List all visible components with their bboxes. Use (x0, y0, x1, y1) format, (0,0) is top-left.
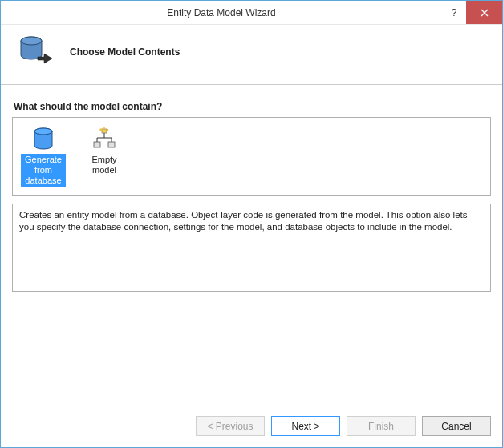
svg-point-5 (34, 128, 52, 135)
section-question: What should the model contain? (14, 101, 491, 112)
svg-point-8 (107, 129, 109, 131)
help-icon: ? (452, 7, 457, 18)
titlebar: Entity Data Model Wizard ? (1, 1, 502, 25)
option-generate-from-database[interactable]: Generate from database (19, 124, 67, 188)
titlebar-buttons: ? (442, 1, 502, 24)
previous-button: < Previous (196, 416, 265, 436)
wizard-content: What should the model contain? Generate … (1, 85, 502, 303)
close-button[interactable] (466, 1, 502, 24)
svg-point-9 (103, 127, 105, 129)
svg-point-7 (99, 128, 103, 131)
svg-rect-6 (102, 129, 107, 133)
option-label: Empty model (82, 154, 127, 176)
wizard-heading: Choose Model Contents (70, 46, 180, 58)
option-description: Creates an entity model from a database.… (12, 204, 491, 292)
database-cylinder-icon (30, 126, 56, 151)
svg-rect-15 (108, 142, 115, 147)
cancel-button[interactable]: Cancel (422, 416, 491, 436)
finish-button: Finish (347, 416, 416, 436)
close-icon (481, 9, 489, 17)
window-title: Entity Data Model Wizard (1, 7, 442, 18)
wizard-footer: < Previous Next > Finish Cancel (1, 408, 502, 447)
option-label: Generate from database (21, 154, 66, 187)
svg-rect-14 (94, 142, 100, 147)
wizard-header: Choose Model Contents (1, 25, 502, 85)
model-options: Generate from database Empty model (12, 117, 491, 196)
option-empty-model[interactable]: Empty model (80, 124, 128, 178)
database-icon (17, 33, 55, 71)
help-button[interactable]: ? (442, 1, 466, 24)
next-button[interactable]: Next > (271, 416, 340, 436)
empty-model-icon (91, 126, 117, 151)
svg-point-3 (21, 37, 42, 45)
